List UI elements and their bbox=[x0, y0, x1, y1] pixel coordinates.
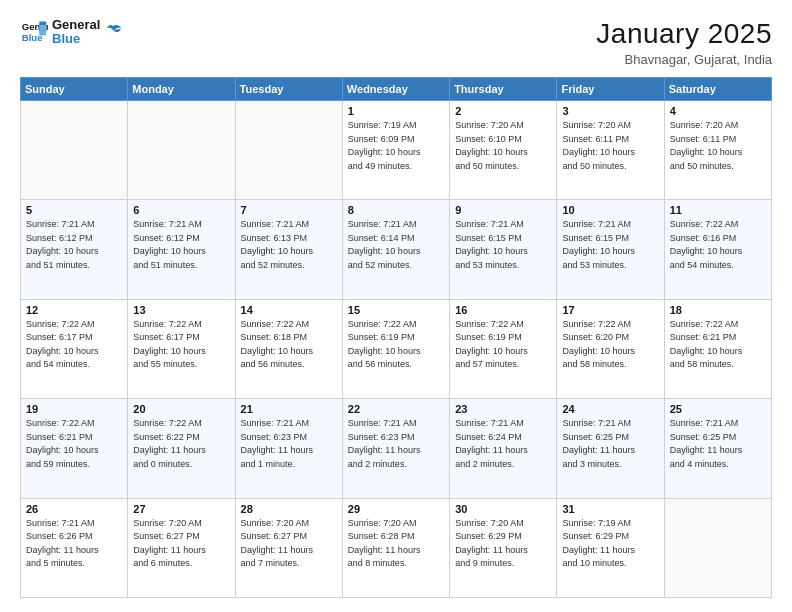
day-info: Sunrise: 7:22 AM Sunset: 6:19 PM Dayligh… bbox=[348, 318, 444, 372]
weekday-header-tuesday: Tuesday bbox=[235, 78, 342, 101]
day-number: 30 bbox=[455, 503, 551, 515]
day-info: Sunrise: 7:21 AM Sunset: 6:23 PM Dayligh… bbox=[241, 417, 337, 471]
calendar-cell: 13Sunrise: 7:22 AM Sunset: 6:17 PM Dayli… bbox=[128, 299, 235, 398]
calendar-table: SundayMondayTuesdayWednesdayThursdayFrid… bbox=[20, 77, 772, 598]
day-number: 27 bbox=[133, 503, 229, 515]
week-row-3: 12Sunrise: 7:22 AM Sunset: 6:17 PM Dayli… bbox=[21, 299, 772, 398]
calendar-cell bbox=[664, 498, 771, 597]
calendar-cell: 11Sunrise: 7:22 AM Sunset: 6:16 PM Dayli… bbox=[664, 200, 771, 299]
calendar-cell bbox=[128, 101, 235, 200]
calendar-body: 1Sunrise: 7:19 AM Sunset: 6:09 PM Daylig… bbox=[21, 101, 772, 598]
calendar-cell: 8Sunrise: 7:21 AM Sunset: 6:14 PM Daylig… bbox=[342, 200, 449, 299]
day-number: 18 bbox=[670, 304, 766, 316]
day-number: 20 bbox=[133, 403, 229, 415]
day-number: 23 bbox=[455, 403, 551, 415]
day-number: 3 bbox=[562, 105, 658, 117]
calendar-cell: 1Sunrise: 7:19 AM Sunset: 6:09 PM Daylig… bbox=[342, 101, 449, 200]
day-number: 13 bbox=[133, 304, 229, 316]
calendar-cell: 27Sunrise: 7:20 AM Sunset: 6:27 PM Dayli… bbox=[128, 498, 235, 597]
day-number: 17 bbox=[562, 304, 658, 316]
calendar-cell: 4Sunrise: 7:20 AM Sunset: 6:11 PM Daylig… bbox=[664, 101, 771, 200]
day-number: 19 bbox=[26, 403, 122, 415]
day-info: Sunrise: 7:20 AM Sunset: 6:11 PM Dayligh… bbox=[562, 119, 658, 173]
day-number: 5 bbox=[26, 204, 122, 216]
day-info: Sunrise: 7:21 AM Sunset: 6:12 PM Dayligh… bbox=[26, 218, 122, 272]
calendar-cell: 7Sunrise: 7:21 AM Sunset: 6:13 PM Daylig… bbox=[235, 200, 342, 299]
calendar-cell: 9Sunrise: 7:21 AM Sunset: 6:15 PM Daylig… bbox=[450, 200, 557, 299]
day-info: Sunrise: 7:20 AM Sunset: 6:28 PM Dayligh… bbox=[348, 517, 444, 571]
day-info: Sunrise: 7:21 AM Sunset: 6:13 PM Dayligh… bbox=[241, 218, 337, 272]
day-info: Sunrise: 7:22 AM Sunset: 6:18 PM Dayligh… bbox=[241, 318, 337, 372]
weekday-header-monday: Monday bbox=[128, 78, 235, 101]
day-info: Sunrise: 7:19 AM Sunset: 6:09 PM Dayligh… bbox=[348, 119, 444, 173]
calendar-header: General Blue General Blue January 2025 B… bbox=[20, 18, 772, 67]
calendar-cell: 19Sunrise: 7:22 AM Sunset: 6:21 PM Dayli… bbox=[21, 399, 128, 498]
calendar-cell: 14Sunrise: 7:22 AM Sunset: 6:18 PM Dayli… bbox=[235, 299, 342, 398]
day-info: Sunrise: 7:21 AM Sunset: 6:26 PM Dayligh… bbox=[26, 517, 122, 571]
day-number: 1 bbox=[348, 105, 444, 117]
day-number: 26 bbox=[26, 503, 122, 515]
day-info: Sunrise: 7:21 AM Sunset: 6:15 PM Dayligh… bbox=[562, 218, 658, 272]
day-number: 6 bbox=[133, 204, 229, 216]
day-number: 15 bbox=[348, 304, 444, 316]
calendar-page: General Blue General Blue January 2025 B… bbox=[0, 0, 792, 612]
day-number: 25 bbox=[670, 403, 766, 415]
calendar-cell: 21Sunrise: 7:21 AM Sunset: 6:23 PM Dayli… bbox=[235, 399, 342, 498]
calendar-cell: 5Sunrise: 7:21 AM Sunset: 6:12 PM Daylig… bbox=[21, 200, 128, 299]
day-number: 22 bbox=[348, 403, 444, 415]
day-info: Sunrise: 7:20 AM Sunset: 6:11 PM Dayligh… bbox=[670, 119, 766, 173]
day-info: Sunrise: 7:20 AM Sunset: 6:27 PM Dayligh… bbox=[133, 517, 229, 571]
day-info: Sunrise: 7:20 AM Sunset: 6:10 PM Dayligh… bbox=[455, 119, 551, 173]
calendar-cell: 18Sunrise: 7:22 AM Sunset: 6:21 PM Dayli… bbox=[664, 299, 771, 398]
calendar-cell: 17Sunrise: 7:22 AM Sunset: 6:20 PM Dayli… bbox=[557, 299, 664, 398]
logo: General Blue General Blue bbox=[20, 18, 122, 47]
calendar-cell: 24Sunrise: 7:21 AM Sunset: 6:25 PM Dayli… bbox=[557, 399, 664, 498]
day-info: Sunrise: 7:22 AM Sunset: 6:17 PM Dayligh… bbox=[133, 318, 229, 372]
day-info: Sunrise: 7:21 AM Sunset: 6:15 PM Dayligh… bbox=[455, 218, 551, 272]
day-info: Sunrise: 7:22 AM Sunset: 6:17 PM Dayligh… bbox=[26, 318, 122, 372]
day-number: 24 bbox=[562, 403, 658, 415]
calendar-cell: 26Sunrise: 7:21 AM Sunset: 6:26 PM Dayli… bbox=[21, 498, 128, 597]
weekday-header-sunday: Sunday bbox=[21, 78, 128, 101]
calendar-subtitle: Bhavnagar, Gujarat, India bbox=[596, 52, 772, 67]
logo-icon: General Blue bbox=[20, 18, 48, 46]
day-number: 11 bbox=[670, 204, 766, 216]
calendar-cell: 25Sunrise: 7:21 AM Sunset: 6:25 PM Dayli… bbox=[664, 399, 771, 498]
day-number: 2 bbox=[455, 105, 551, 117]
calendar-cell: 28Sunrise: 7:20 AM Sunset: 6:27 PM Dayli… bbox=[235, 498, 342, 597]
day-number: 14 bbox=[241, 304, 337, 316]
day-info: Sunrise: 7:22 AM Sunset: 6:21 PM Dayligh… bbox=[670, 318, 766, 372]
day-info: Sunrise: 7:22 AM Sunset: 6:20 PM Dayligh… bbox=[562, 318, 658, 372]
day-info: Sunrise: 7:20 AM Sunset: 6:27 PM Dayligh… bbox=[241, 517, 337, 571]
weekday-header-thursday: Thursday bbox=[450, 78, 557, 101]
day-info: Sunrise: 7:22 AM Sunset: 6:19 PM Dayligh… bbox=[455, 318, 551, 372]
calendar-cell: 31Sunrise: 7:19 AM Sunset: 6:29 PM Dayli… bbox=[557, 498, 664, 597]
calendar-cell bbox=[235, 101, 342, 200]
weekday-header-friday: Friday bbox=[557, 78, 664, 101]
calendar-cell: 2Sunrise: 7:20 AM Sunset: 6:10 PM Daylig… bbox=[450, 101, 557, 200]
day-info: Sunrise: 7:21 AM Sunset: 6:25 PM Dayligh… bbox=[670, 417, 766, 471]
calendar-cell: 23Sunrise: 7:21 AM Sunset: 6:24 PM Dayli… bbox=[450, 399, 557, 498]
calendar-cell: 22Sunrise: 7:21 AM Sunset: 6:23 PM Dayli… bbox=[342, 399, 449, 498]
day-number: 8 bbox=[348, 204, 444, 216]
calendar-cell: 16Sunrise: 7:22 AM Sunset: 6:19 PM Dayli… bbox=[450, 299, 557, 398]
day-info: Sunrise: 7:19 AM Sunset: 6:29 PM Dayligh… bbox=[562, 517, 658, 571]
day-number: 9 bbox=[455, 204, 551, 216]
calendar-cell: 29Sunrise: 7:20 AM Sunset: 6:28 PM Dayli… bbox=[342, 498, 449, 597]
week-row-5: 26Sunrise: 7:21 AM Sunset: 6:26 PM Dayli… bbox=[21, 498, 772, 597]
logo-bird-icon bbox=[104, 23, 122, 41]
calendar-cell: 15Sunrise: 7:22 AM Sunset: 6:19 PM Dayli… bbox=[342, 299, 449, 398]
logo-blue: Blue bbox=[52, 32, 100, 46]
logo-general: General bbox=[52, 18, 100, 32]
week-row-1: 1Sunrise: 7:19 AM Sunset: 6:09 PM Daylig… bbox=[21, 101, 772, 200]
day-info: Sunrise: 7:22 AM Sunset: 6:22 PM Dayligh… bbox=[133, 417, 229, 471]
day-number: 29 bbox=[348, 503, 444, 515]
svg-marker-4 bbox=[39, 25, 46, 36]
day-info: Sunrise: 7:21 AM Sunset: 6:12 PM Dayligh… bbox=[133, 218, 229, 272]
day-info: Sunrise: 7:21 AM Sunset: 6:24 PM Dayligh… bbox=[455, 417, 551, 471]
week-row-2: 5Sunrise: 7:21 AM Sunset: 6:12 PM Daylig… bbox=[21, 200, 772, 299]
day-info: Sunrise: 7:20 AM Sunset: 6:29 PM Dayligh… bbox=[455, 517, 551, 571]
day-number: 7 bbox=[241, 204, 337, 216]
day-info: Sunrise: 7:21 AM Sunset: 6:14 PM Dayligh… bbox=[348, 218, 444, 272]
day-number: 28 bbox=[241, 503, 337, 515]
